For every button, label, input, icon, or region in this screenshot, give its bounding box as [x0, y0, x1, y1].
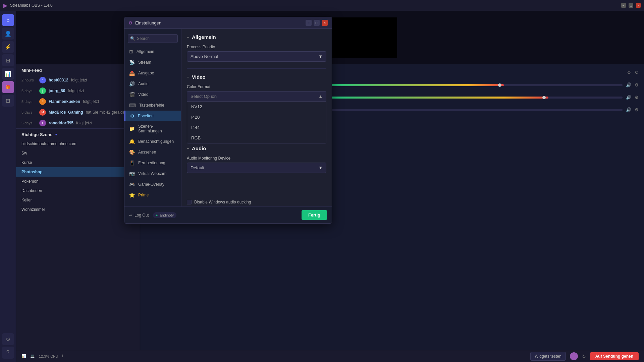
dialog-titlebar: ⚙ Einstellungen − □ ×	[124, 17, 332, 29]
color-format-select[interactable]: Select Op ion ▲	[187, 91, 326, 102]
audio-title: Audio	[192, 145, 206, 151]
minimize-button[interactable]: −	[621, 3, 626, 8]
bottom-bar: 📊 💻 12.3% CPU ℹ Widgets testen ↻ Auf Sen…	[16, 350, 644, 362]
scene-item[interactable]: Pokemon	[16, 177, 140, 186]
log-out-button[interactable]: ↩ Log Out	[129, 213, 149, 218]
avatar: M	[39, 109, 46, 116]
scene-item[interactable]: Kurse	[16, 158, 140, 167]
dialog-close-button[interactable]: ×	[322, 20, 328, 26]
nav-item-tastenbefehle[interactable]: ⌨ Tastenbefehle	[124, 100, 181, 111]
collapse-icon[interactable]: −	[187, 35, 189, 40]
username: andinotv	[160, 213, 174, 217]
scene-item[interactable]: Wohnzimmer	[16, 205, 140, 214]
left-sidebar: ⌂ 👤 ⚡ ⊞ 📊 🎁 ⊟ ⚙ ?	[0, 11, 16, 362]
settings-audio-icon[interactable]: ⚙	[635, 107, 639, 112]
volume-bar[interactable]	[326, 109, 623, 111]
settings-gear-icon[interactable]: ⚙	[627, 70, 631, 75]
nav-item-benachrichtigungen[interactable]: 🔔 Benachrichtigungen	[124, 136, 181, 147]
scene-item[interactable]: Keller	[16, 195, 140, 205]
collapse-icon[interactable]: −	[187, 75, 189, 79]
widgets-test-button[interactable]: Widgets testen	[530, 352, 566, 361]
volume-bar[interactable]	[326, 97, 623, 99]
nav-item-gameoverlay[interactable]: 🎮 Game-Overlay	[124, 179, 181, 190]
nav-item-allgemein[interactable]: ⊞ Allgemein	[124, 46, 181, 57]
bottom-bar-left: 📊 💻 12.3% CPU ℹ	[21, 354, 63, 358]
feed-item: 2 hours h host00312 folgt jetzt	[16, 75, 140, 85]
user-icon: ●	[156, 213, 158, 217]
fertig-button[interactable]: Fertig	[302, 210, 327, 220]
sidebar-item-gift[interactable]: 🎁	[2, 81, 14, 93]
settings-audio-icon[interactable]: ⚙	[635, 95, 639, 100]
process-priority-label: Process Priority	[187, 45, 326, 49]
dialog-maximize-button[interactable]: □	[314, 20, 320, 26]
nav-item-szenen[interactable]: 📁 Szenen-Sammlungen	[124, 121, 181, 136]
sidebar-item-home[interactable]: ⌂	[2, 14, 14, 26]
dropdown-item-i444[interactable]: I444	[187, 122, 326, 133]
start-stream-button[interactable]: Auf Sendung gehen	[590, 352, 639, 360]
mute-icon[interactable]: 🔊	[626, 82, 631, 87]
nav-aussehen-icon: 🎨	[129, 149, 135, 155]
nav-item-prime[interactable]: ⭐ Prime	[124, 190, 181, 200]
sidebar-item-settings[interactable]: ⚙	[2, 333, 14, 345]
dropdown-item-nv12[interactable]: NV12	[187, 102, 326, 112]
search-input[interactable]	[128, 34, 178, 43]
nav-item-video[interactable]: 🎬 Video	[124, 89, 181, 100]
volume-knob[interactable]	[498, 83, 501, 87]
mute-icon[interactable]: 🔊	[626, 95, 631, 100]
nav-item-audio[interactable]: 🔊 Audio	[124, 78, 181, 89]
process-priority-value: Above Normal	[191, 54, 218, 59]
disable-ducking-checkbox[interactable]	[187, 200, 192, 204]
collapse-icon[interactable]: −	[187, 146, 189, 151]
settings-audio-icon[interactable]: ⚙	[635, 82, 639, 87]
nav-item-fernbedienung[interactable]: 📱 Fernbedienung	[124, 158, 181, 168]
nav-item-ausgabe[interactable]: 📤 Ausgabe	[124, 68, 181, 78]
nav-virtualwebcam-icon: 📷	[129, 171, 135, 176]
nav-item-erweitert[interactable]: ⚙ Erweitert	[124, 111, 181, 121]
nav-video-icon: 🎬	[129, 92, 135, 97]
bottom-bar-right: Widgets testen ↻ Auf Sendung gehen	[530, 352, 639, 361]
mute-icon[interactable]: 🔊	[626, 107, 631, 112]
nav-tastenbefehle-icon: ⌨	[129, 103, 136, 108]
dialog-body: 🔍 ⊞ Allgemein 📡 Stream 📤 Ausgabe 🔊 Audio…	[124, 29, 332, 223]
scene-item-active[interactable]: Photoshop	[16, 167, 140, 177]
chevron-down-icon: ▼	[318, 54, 323, 59]
user-badge: ● andinotv	[153, 212, 176, 218]
monitoring-device-value: Default	[191, 165, 204, 170]
dropdown-item-i420[interactable]: I420	[187, 112, 326, 122]
dialog-footer: ↩ Log Out ● andinotv Fertig	[124, 206, 332, 223]
window-controls: − □ ×	[621, 3, 641, 8]
volume-bar[interactable]	[326, 84, 623, 86]
avatar: r	[39, 120, 46, 126]
left-panel: Mini-Feed 2 hours h host00312 folgt jetz…	[16, 64, 140, 362]
settings-dialog-icon: ⚙	[128, 20, 132, 25]
sidebar-item-stats[interactable]: 📊	[2, 68, 14, 80]
sidebar-item-alerts[interactable]: ⚡	[2, 41, 14, 53]
process-priority-select[interactable]: Above Normal ▼	[187, 51, 326, 62]
nav-fernbedienung-icon: 📱	[129, 160, 135, 166]
scene-item[interactable]: Sw	[16, 148, 140, 158]
refresh-icon[interactable]: ↻	[582, 354, 586, 359]
sidebar-item-widgets[interactable]: ⊞	[2, 54, 14, 66]
refresh-icon[interactable]: ↻	[635, 70, 639, 75]
chart-icon[interactable]: 📊	[21, 354, 26, 358]
maximize-button[interactable]: □	[629, 3, 633, 8]
sidebar-item-scenes[interactable]: ⊟	[2, 95, 14, 107]
dropdown-item-rgb[interactable]: RGB	[187, 133, 326, 143]
nav-item-aussehen[interactable]: 🎨 Aussehen	[124, 147, 181, 158]
close-button[interactable]: ×	[636, 3, 641, 8]
dialog-minimize-button[interactable]: −	[306, 20, 312, 26]
audio-section-header: − Audio	[187, 145, 326, 151]
sidebar-item-people[interactable]: 👤	[2, 27, 14, 40]
video-section-header: − Video	[187, 74, 326, 80]
info-icon[interactable]: ℹ	[62, 354, 63, 358]
allgemein-section-header: − Allgemein	[187, 34, 326, 40]
volume-knob[interactable]	[542, 96, 546, 99]
nav-item-virtualwebcam[interactable]: 📷 Virtual Webcam	[124, 168, 181, 179]
color-format-dropdown: NV12 I420 I444 RGB	[187, 102, 326, 143]
nav-item-stream[interactable]: 📡 Stream	[124, 57, 181, 68]
monitoring-device-select[interactable]: Default ▼	[187, 163, 326, 173]
scene-item[interactable]: bildschirmaufnahme ohne cam	[16, 139, 140, 148]
sidebar-item-help[interactable]: ?	[2, 347, 14, 359]
scene-item[interactable]: Dachboden	[16, 186, 140, 195]
nav-benachrichtigungen-icon: 🔔	[129, 139, 135, 144]
